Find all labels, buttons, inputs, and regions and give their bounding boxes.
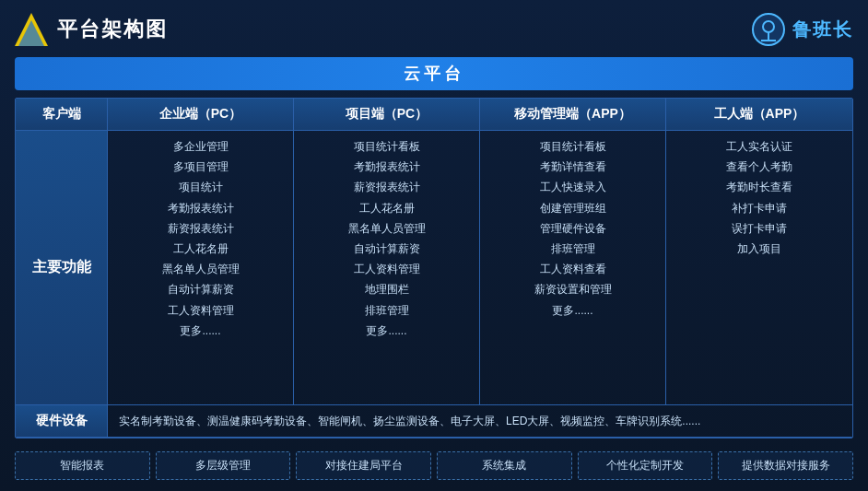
list-item: 薪资报表统计 [117, 220, 284, 238]
header: 平台架构图 鲁班长 [15, 9, 853, 50]
list-item: 加入项目 [675, 240, 843, 258]
col-header-enterprise: 企业端（PC） [108, 99, 294, 130]
main-table: 客户端 企业端（PC） 项目端（PC） 移动管理端（APP） 工人端（APP） … [15, 98, 853, 438]
col-header-worker: 工人端（APP） [666, 99, 852, 130]
list-item: 工人花名册 [117, 240, 284, 258]
brand-icon [752, 13, 785, 46]
list-item: 误打卡申请 [675, 220, 843, 238]
list-item: 项目统计看板 [489, 138, 656, 156]
list-item: 排班管理 [489, 240, 656, 258]
col-header-mobile: 移动管理端（APP） [480, 99, 666, 130]
list-item: 创建管理班组 [489, 200, 656, 217]
list-item: 更多...... [489, 302, 656, 320]
list-item: 薪资设置和管理 [489, 281, 656, 298]
page-title: 平台架构图 [57, 16, 168, 43]
list-item: 地理围栏 [303, 281, 470, 298]
col-headers: 客户端 企业端（PC） 项目端（PC） 移动管理端（APP） 工人端（APP） [16, 99, 852, 131]
list-item: 多项目管理 [117, 158, 284, 176]
list-item: 考勤详情查看 [489, 158, 656, 176]
list-item: 项目统计 [117, 179, 284, 196]
col-header-client: 客户端 [16, 99, 108, 130]
feature-cell: 个性化定制开发 [578, 451, 713, 480]
col-header-project: 项目端（PC） [294, 99, 480, 130]
feature-cell: 系统集成 [437, 451, 572, 480]
list-item: 管理硬件设备 [489, 220, 656, 238]
list-item: 工人实名认证 [675, 138, 843, 156]
feature-cell: 对接住建局平台 [296, 451, 431, 480]
list-item: 工人花名册 [303, 200, 470, 217]
mobile-content: 项目统计看板考勤详情查看工人快速录入创建管理班组管理硬件设备排班管理工人资料查看… [480, 131, 666, 404]
list-item: 薪资报表统计 [303, 179, 470, 196]
list-item: 更多...... [303, 322, 470, 340]
feature-cell: 智能报表 [15, 451, 150, 480]
list-item: 查看个人考勤 [675, 158, 843, 176]
project-content: 项目统计看板考勤报表统计薪资报表统计工人花名册黑名单人员管理自动计算薪资工人资料… [294, 131, 480, 404]
list-item: 考勤时长查看 [675, 179, 843, 196]
hardware-row: 硬件设备 实名制考勤设备、测温健康码考勤设备、智能闸机、扬尘监测设备、电子大屏、… [16, 405, 852, 438]
list-item: 排班管理 [303, 302, 470, 320]
brand-name: 鲁班长 [792, 18, 853, 42]
list-item: 考勤报表统计 [303, 158, 470, 176]
list-item: 黑名单人员管理 [303, 220, 470, 238]
features-row: 智能报表多层级管理对接住建局平台系统集成个性化定制开发提供数据对接服务 [15, 446, 853, 482]
page-wrapper: 平台架构图 鲁班长 云平台 客户端 企业端（PC） 项目端（PC） 移动管理端（… [0, 0, 868, 491]
list-item: 黑名单人员管理 [117, 261, 284, 278]
hardware-label: 硬件设备 [16, 405, 108, 437]
logo-icon [15, 13, 48, 46]
list-item: 工人快速录入 [489, 179, 656, 196]
list-item: 自动计算薪资 [303, 240, 470, 258]
list-item: 考勤报表统计 [117, 200, 284, 217]
list-item: 补打卡申请 [675, 200, 843, 217]
list-item: 自动计算薪资 [117, 281, 284, 298]
main-content-row: 主要功能 多企业管理多项目管理项目统计考勤报表统计薪资报表统计工人花名册黑名单人… [16, 131, 852, 405]
cloud-banner: 云平台 [15, 57, 853, 90]
hardware-content: 实名制考勤设备、测温健康码考勤设备、智能闸机、扬尘监测设备、电子大屏、LED大屏… [108, 405, 852, 437]
list-item: 工人资料管理 [117, 302, 284, 320]
feature-cell: 多层级管理 [156, 451, 291, 480]
enterprise-content: 多企业管理多项目管理项目统计考勤报表统计薪资报表统计工人花名册黑名单人员管理自动… [108, 131, 294, 404]
header-left: 平台架构图 [15, 13, 168, 46]
list-item: 工人资料查看 [489, 261, 656, 278]
list-item: 项目统计看板 [303, 138, 470, 156]
main-function-label: 主要功能 [16, 131, 108, 404]
list-item: 工人资料管理 [303, 261, 470, 278]
feature-cell: 提供数据对接服务 [718, 451, 853, 480]
worker-content: 工人实名认证查看个人考勤考勤时长查看补打卡申请误打卡申请加入项目 [666, 131, 852, 404]
list-item: 更多...... [117, 322, 284, 340]
list-item: 多企业管理 [117, 138, 284, 156]
brand-logo: 鲁班长 [752, 13, 853, 46]
